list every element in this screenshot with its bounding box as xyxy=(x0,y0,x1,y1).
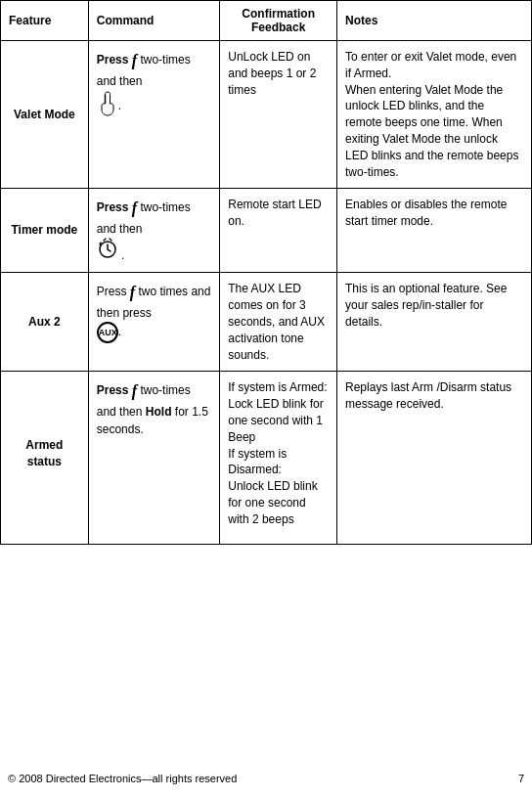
feature-label: Valet Mode xyxy=(14,108,75,121)
header-confirmation: Confirmation Feedback xyxy=(220,1,337,41)
command-cell: Press f two-times and then . xyxy=(88,41,220,189)
confirmation-text: If system is Armed:Lock LED blink for on… xyxy=(228,380,327,525)
table-row: Armed status Press f two-times and then … xyxy=(1,372,532,544)
aux-icon: AUX xyxy=(97,322,118,343)
confirmation-cell: Remote start LED on. xyxy=(220,189,337,273)
feature-cell: Valet Mode xyxy=(1,41,89,189)
confirmation-cell: UnLock LED on and beeps 1 or 2 times xyxy=(220,41,337,189)
notes-text: Enables or disables the remote start tim… xyxy=(345,198,507,228)
notes-cell: This is an optional feature. See your sa… xyxy=(337,273,532,372)
notes-text: This is an optional feature. See your sa… xyxy=(345,282,507,329)
feature-cell: Aux 2 xyxy=(1,273,89,372)
feature-label: Armed status xyxy=(25,438,63,468)
notes-cell: To enter or exit Valet mode, even if Arm… xyxy=(337,41,532,189)
cmd-dot3: . xyxy=(118,326,121,339)
footer: © 2008 Directed Electronics—all rights r… xyxy=(0,769,532,788)
notes-cell: Enables or disables the remote start tim… xyxy=(337,189,532,273)
page-container: Feature Command Confirmation Feedback No… xyxy=(0,0,532,798)
header-notes: Notes xyxy=(337,1,532,41)
copyright-text: © 2008 Directed Electronics—all rights r… xyxy=(8,773,237,784)
table-row: Valet Mode Press f two-times and then . … xyxy=(1,41,532,189)
hand-icon xyxy=(97,90,118,122)
cmd-press-label: Press xyxy=(97,286,130,299)
feature-label: Timer mode xyxy=(11,223,77,237)
page-number: 7 xyxy=(518,773,524,784)
header-feature: Feature xyxy=(1,1,89,41)
header-command: Command xyxy=(88,1,220,41)
table-row: Timer mode Press f two-times and then . xyxy=(1,189,532,273)
feature-cell: Armed status xyxy=(1,372,89,544)
table-row: Aux 2 Press f two times and then press A… xyxy=(1,273,532,372)
command-cell: Press f two-times and then Hold for 1.5 … xyxy=(88,372,220,544)
cmd-press-label: Press xyxy=(97,384,132,398)
timer-icon xyxy=(97,248,121,262)
feature-label: Aux 2 xyxy=(28,315,61,329)
notes-text: Replays last Arm /Disarm status message … xyxy=(345,380,511,411)
notes-text: To enter or exit Valet mode, even if Arm… xyxy=(345,50,518,179)
notes-cell: Replays last Arm /Disarm status message … xyxy=(337,372,532,544)
cmd-dot2: . xyxy=(121,248,124,262)
confirmation-text: Remote start LED on. xyxy=(228,198,321,228)
cmd-press-label: Press xyxy=(97,53,132,66)
confirmation-text: UnLock LED on and beeps 1 or 2 times xyxy=(228,50,316,97)
command-cell: Press f two times and then press AUX. xyxy=(88,273,220,372)
command-cell: Press f two-times and then . xyxy=(88,189,220,273)
confirmation-text: The AUX LED comes on for 3 seconds, and … xyxy=(228,282,325,361)
feature-cell: Timer mode xyxy=(1,189,89,273)
main-table: Feature Command Confirmation Feedback No… xyxy=(0,0,532,545)
confirmation-cell: If system is Armed:Lock LED blink for on… xyxy=(220,372,337,544)
cmd-press-label: Press xyxy=(97,201,132,215)
cmd-dot: . xyxy=(118,99,121,112)
confirmation-cell: The AUX LED comes on for 3 seconds, and … xyxy=(220,273,337,372)
